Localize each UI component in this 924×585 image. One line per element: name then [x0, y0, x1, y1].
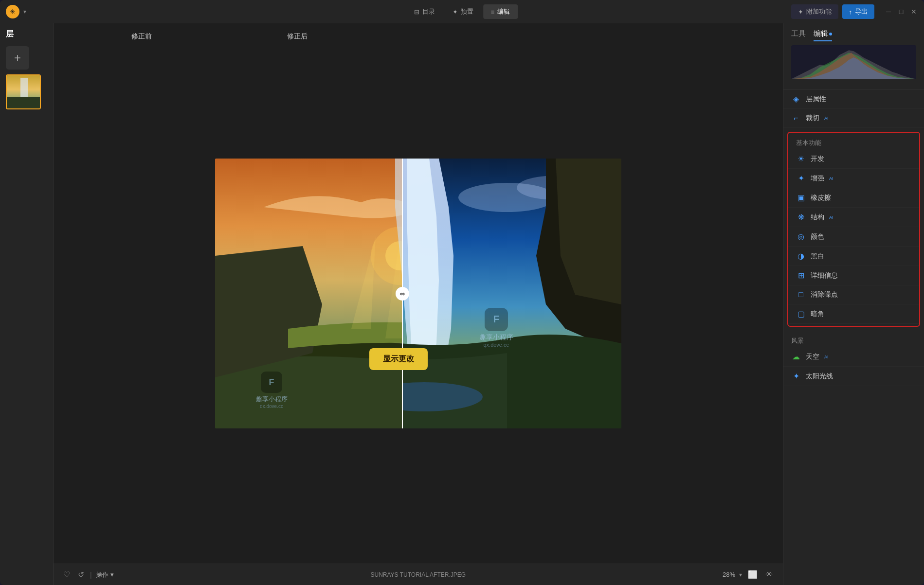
edit-tab-dot: [829, 33, 832, 35]
panel-item-vignette[interactable]: ▢ 暗角: [788, 304, 919, 324]
panel-item-layer-properties[interactable]: ◈ 层属性: [783, 89, 924, 109]
crop-label: 裁切: [806, 114, 819, 123]
landscape-section: 风景 ☁ 天空 AI ✦ 太阳光线: [783, 331, 924, 390]
addon-button[interactable]: ✦ 附加功能: [791, 4, 838, 19]
nav-preset[interactable]: ✦ 预置: [445, 4, 481, 19]
nav-catalog[interactable]: ⊟ 目录: [406, 4, 443, 19]
app-window: ✳ ▾ ⊟ 目录 ✦ 预置 ≡ 编辑 ✦ 附加功能 ↑ 导: [0, 0, 924, 585]
panel-item-denoise[interactable]: □ 消除噪点: [788, 285, 919, 304]
watermark-before-url: qx.dove.cc: [256, 404, 288, 409]
watermark-appname: 趣享小程序: [479, 333, 513, 342]
panel-item-develop[interactable]: ☀ 开发: [788, 149, 919, 169]
add-layer-button[interactable]: +: [6, 46, 29, 70]
zoom-controls: 28% ▾ ⬜ 👁: [723, 568, 775, 581]
layer-thumbnail-1[interactable]: [6, 74, 41, 109]
export-button[interactable]: ↑ 导出: [842, 4, 875, 19]
sky-icon: ☁: [791, 352, 801, 361]
details-label: 详细信息: [811, 271, 838, 280]
panel-item-sky[interactable]: ☁ 天空 AI: [783, 347, 924, 367]
heart-button[interactable]: ♡: [61, 568, 72, 581]
title-bar-center: ⊟ 目录 ✦ 预置 ≡ 编辑: [406, 4, 518, 19]
panel-item-eraser[interactable]: ▣ 橡皮擦: [788, 188, 919, 208]
nav-edit[interactable]: ≡ 编辑: [483, 4, 518, 19]
sunrays-icon: ✦: [791, 372, 801, 381]
panel-item-structure[interactable]: ❋ 结构 AI: [788, 208, 919, 227]
vignette-label: 暗角: [811, 310, 824, 319]
catalog-label: 目录: [422, 7, 435, 16]
zoom-arrow[interactable]: ▾: [739, 571, 742, 578]
preset-icon: ✦: [453, 8, 458, 16]
rotate-button[interactable]: ↺: [76, 568, 86, 581]
bottom-bar-left: ♡ ↺ | 操作 ▾: [61, 568, 114, 581]
operations-button[interactable]: 操作 ▾: [96, 570, 114, 579]
basic-functions-label: 基本功能: [788, 135, 919, 149]
panel-item-color[interactable]: ◎ 颜色: [788, 227, 919, 247]
eraser-label: 橡皮擦: [811, 194, 831, 202]
bottom-bar: ♡ ↺ | 操作 ▾ SUNRAYS TUTORIAL AFTER.JPEG 2…: [54, 564, 783, 585]
split-handle[interactable]: ⇔: [396, 287, 409, 301]
color-icon: ◎: [796, 232, 806, 241]
basic-functions-section: 基本功能 ☀ 开发 ✦ 增强 AI ▣ 橡皮擦 ❋ 结构 AI: [787, 132, 920, 327]
split-line: ⇔: [402, 159, 403, 428]
eye-button[interactable]: 👁: [763, 568, 775, 581]
tab-edit[interactable]: 编辑: [814, 29, 832, 41]
layer-thumbnail-image: [7, 75, 40, 108]
addon-icon: ✦: [798, 8, 803, 16]
layer-properties-label: 层属性: [806, 95, 826, 104]
main-layout: 层 +: [0, 23, 924, 585]
tab-tool[interactable]: 工具: [791, 29, 806, 41]
panel-item-crop[interactable]: ⌐ 裁切 AI: [783, 109, 924, 128]
color-label: 颜色: [811, 232, 824, 241]
panel-item-enhance[interactable]: ✦ 增强 AI: [788, 169, 919, 188]
separator: |: [90, 571, 92, 579]
tool-tabs: 工具 编辑: [791, 29, 916, 41]
panel-item-bw[interactable]: ◑ 黑白: [788, 247, 919, 266]
thumbnail-svg: [7, 75, 41, 109]
layer-properties-icon: ◈: [791, 94, 801, 104]
filename: SUNRAYS TUTORIAL AFTER.JPEG: [120, 571, 717, 578]
export-icon: ↑: [849, 8, 852, 16]
structure-icon: ❋: [796, 213, 806, 222]
develop-icon: ☀: [796, 154, 806, 163]
denoise-label: 消除噪点: [811, 290, 838, 299]
maximize-button[interactable]: □: [897, 7, 906, 16]
close-button[interactable]: ✕: [909, 7, 918, 16]
operations-label: 操作: [96, 570, 109, 579]
title-bar-left: ✳ ▾: [6, 5, 26, 18]
title-bar-right: ✦ 附加功能 ↑ 导出 ─ □ ✕: [791, 4, 919, 19]
sky-label: 天空: [806, 353, 819, 361]
split-view: ⇔ 显示更改 F 趣享小程序 qx.dove.cc F 趣享小程序 qx.d: [215, 159, 621, 428]
sidebar-title: 层: [6, 29, 47, 39]
layers-view-button[interactable]: ⬜: [746, 568, 760, 581]
app-icon: ✳: [6, 5, 19, 18]
panel-item-sunrays[interactable]: ✦ 太阳光线: [783, 367, 924, 386]
edit-label: 编辑: [497, 7, 510, 16]
operations-arrow: ▾: [110, 571, 114, 578]
before-scene-svg: [215, 159, 402, 428]
landscape-label: 风景: [783, 331, 924, 347]
histogram-svg: [791, 45, 916, 79]
canvas-area: 修正前 修正后: [54, 23, 783, 585]
dropdown-arrow[interactable]: ▾: [23, 8, 26, 15]
watermark-url: qx.dove.cc: [479, 342, 513, 348]
right-panel-header: 工具 编辑: [783, 23, 924, 89]
panel-item-details[interactable]: ⊞ 详细信息: [788, 266, 919, 285]
right-panel: 工具 编辑: [783, 23, 924, 585]
histogram: [791, 45, 916, 79]
crop-ai-badge: AI: [824, 116, 829, 121]
before-image-clip: [215, 159, 402, 428]
structure-label: 结构: [811, 213, 824, 222]
enhance-icon: ✦: [796, 174, 806, 183]
tab-edit-label: 编辑: [814, 29, 828, 37]
watermark-before-appname: 趣享小程序: [256, 395, 288, 404]
left-sidebar: 层 +: [0, 23, 54, 585]
show-more-button[interactable]: 显示更改: [369, 348, 428, 370]
zoom-level[interactable]: 28%: [723, 571, 735, 578]
title-bar: ✳ ▾ ⊟ 目录 ✦ 预置 ≡ 编辑 ✦ 附加功能 ↑ 导: [0, 0, 924, 23]
svg-rect-2: [7, 97, 41, 109]
minimize-button[interactable]: ─: [884, 7, 893, 16]
crop-icon: ⌐: [791, 114, 801, 123]
vignette-icon: ▢: [796, 309, 806, 319]
develop-label: 开发: [811, 155, 824, 163]
eraser-icon: ▣: [796, 193, 806, 202]
